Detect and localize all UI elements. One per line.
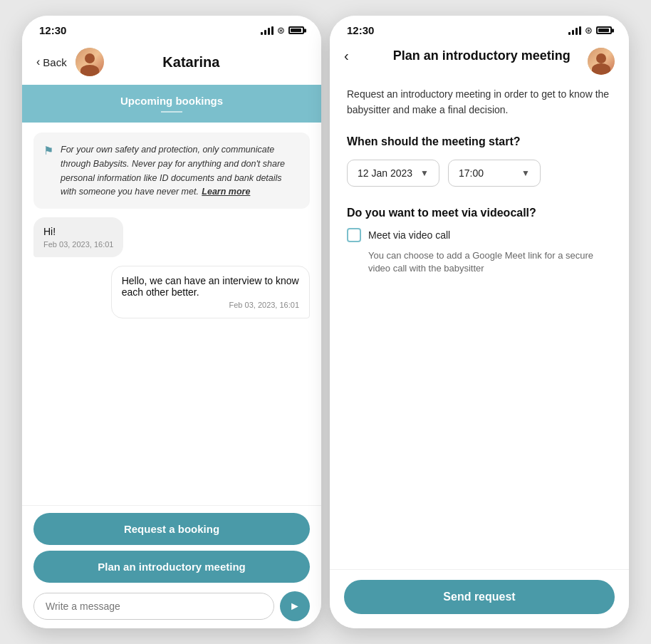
videocall-label: Do you want to meet via videocall? — [347, 207, 612, 219]
status-icons-right: ⊛ — [568, 25, 612, 36]
message-bubble-right: Hello, we can have an interview to know … — [111, 266, 310, 318]
videocall-section: Do you want to meet via videocall? Meet … — [347, 207, 612, 275]
upcoming-divider — [161, 111, 182, 113]
time-dropdown[interactable]: 17:00 ▼ — [448, 160, 541, 187]
avatar-right — [588, 48, 615, 75]
send-request-button[interactable]: Send request — [344, 580, 615, 614]
left-header: ‹ Back Katarina — [22, 41, 321, 85]
date-dropdown[interactable]: 12 Jan 2023 ▼ — [347, 160, 439, 187]
chevron-down-icon-time: ▼ — [521, 168, 530, 178]
message-input-row: ► — [33, 591, 310, 621]
checkbox-row: Meet via video call — [347, 228, 612, 242]
msg-time-reply: Feb 03, 2023, 16:01 — [122, 301, 299, 309]
signal-icon-right — [568, 26, 581, 35]
plan-meeting-button[interactable]: Plan an introductory meeting — [33, 551, 310, 583]
bottom-send: Send request — [330, 569, 629, 628]
date-time-row: 12 Jan 2023 ▼ 17:00 ▼ — [347, 160, 612, 187]
back-button[interactable]: ‹ Back — [36, 56, 67, 68]
safety-notice: ⚑ For your own safety and protection, on… — [33, 133, 310, 209]
meeting-start-label: When should the meeting start? — [347, 135, 612, 148]
status-bar-left: 12:30 ⊛ — [22, 16, 321, 41]
message-input[interactable] — [33, 593, 274, 620]
flag-icon: ⚑ — [43, 144, 53, 157]
date-value: 12 Jan 2023 — [358, 167, 412, 179]
upcoming-banner: Upcoming bookings — [22, 85, 321, 123]
msg-text-hi: Hi! — [43, 226, 113, 237]
content-area: Request an introductory meeting in order… — [330, 73, 629, 569]
bottom-actions: Request a booking Plan an introductory m… — [22, 505, 321, 628]
learn-more-link[interactable]: Learn more — [202, 187, 250, 197]
right-header: ‹ Plan an introductory meeting — [330, 41, 629, 73]
send-arrow-icon: ► — [289, 600, 301, 613]
intro-description: Request an introductory meeting in order… — [347, 87, 612, 118]
wifi-icon-right: ⊛ — [585, 25, 593, 36]
back-chevron-icon: ‹ — [36, 56, 40, 68]
back-label: Back — [43, 56, 66, 68]
send-message-button[interactable]: ► — [280, 591, 310, 621]
contact-name: Katarina — [75, 54, 307, 71]
videocall-hint: You can choose to add a Google Meet link… — [368, 249, 612, 275]
wifi-icon: ⊛ — [277, 25, 285, 36]
signal-icon — [261, 26, 274, 35]
videocall-checkbox[interactable] — [347, 228, 361, 242]
status-time-left: 12:30 — [39, 24, 66, 36]
safety-text: For your own safety and protection, only… — [61, 145, 285, 197]
chevron-down-icon-date: ▼ — [420, 168, 429, 178]
page-title: Plan an introductory meeting — [377, 48, 586, 64]
msg-time-hi: Feb 03, 2023, 16:01 — [43, 240, 113, 249]
message-bubble-left: Hi! Feb 03, 2023, 16:01 — [33, 217, 123, 257]
chat-area: ⚑ For your own safety and protection, on… — [22, 123, 321, 505]
page-title-wrap: Plan an introductory meeting — [349, 48, 615, 64]
back-chevron-icon-right[interactable]: ‹ — [344, 48, 349, 64]
status-time-right: 12:30 — [347, 24, 374, 36]
status-bar-right: 12:30 ⊛ — [330, 16, 629, 41]
battery-icon-right — [596, 26, 612, 34]
avatar — [75, 48, 104, 76]
checkbox-label: Meet via video call — [368, 229, 450, 241]
battery-icon — [288, 26, 304, 34]
request-booking-button[interactable]: Request a booking — [33, 513, 310, 545]
status-icons-left: ⊛ — [261, 25, 304, 36]
msg-text-reply: Hello, we can have an interview to know … — [122, 275, 299, 298]
time-value: 17:00 — [459, 167, 484, 179]
